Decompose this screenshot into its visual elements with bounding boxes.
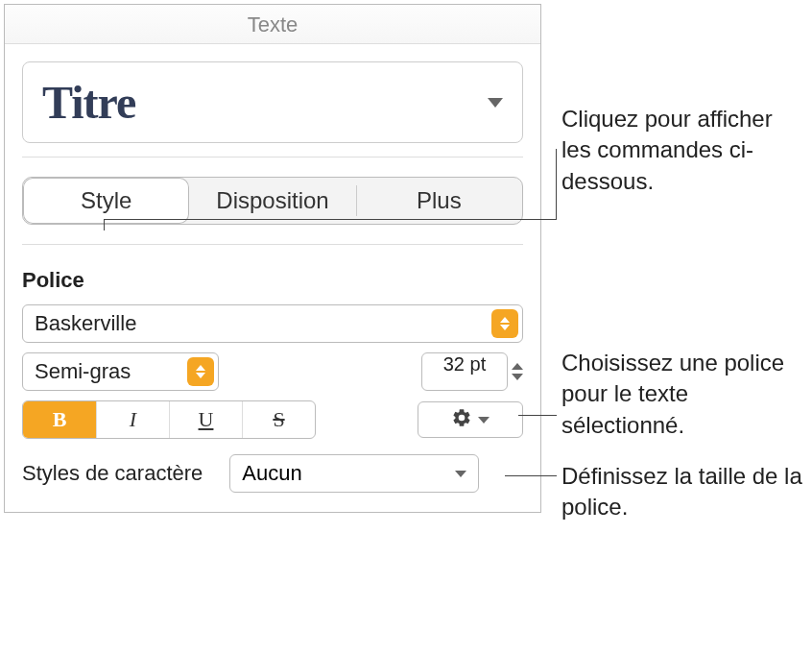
character-style-select[interactable]: Aucun	[229, 454, 479, 493]
gear-icon	[451, 407, 472, 432]
font-size-input[interactable]: 32 pt	[421, 352, 508, 391]
font-weight-select[interactable]: Semi-gras	[22, 352, 219, 391]
chevron-down-icon	[478, 417, 490, 424]
callout-line	[505, 475, 557, 476]
stepper-down-icon[interactable]	[512, 374, 523, 380]
chevron-down-icon	[455, 471, 466, 477]
character-styles-label: Styles de caractère	[22, 461, 203, 486]
callout-line	[518, 415, 557, 416]
text-style-buttons: B I U S	[22, 400, 316, 439]
font-family-select[interactable]: Baskerville	[22, 304, 523, 343]
callout-line	[104, 219, 557, 220]
font-family-value: Baskerville	[35, 311, 136, 336]
callout-size: Définissez la taille de la police.	[561, 461, 811, 523]
advanced-font-button[interactable]	[418, 401, 523, 438]
callout-tabs: Cliquez pour afficher les commandes ci-d…	[561, 104, 801, 197]
text-format-panel: Texte Titre Style Disposition Plus Polic…	[4, 4, 541, 513]
tab-more[interactable]: Plus	[356, 178, 522, 224]
callout-line	[104, 219, 105, 230]
font-weight-value: Semi-gras	[35, 359, 131, 384]
tab-layout[interactable]: Disposition	[189, 178, 355, 224]
panel-title: Texte	[5, 5, 540, 44]
paragraph-style-label: Titre	[42, 76, 135, 129]
italic-button[interactable]: I	[96, 401, 169, 438]
font-section-label: Police	[22, 268, 523, 293]
callout-line	[556, 149, 557, 220]
font-size-group: 32 pt	[421, 352, 523, 391]
callout-font: Choisissez une police pour le texte séle…	[561, 348, 811, 441]
tab-style[interactable]: Style	[23, 178, 189, 224]
strikethrough-button[interactable]: S	[242, 401, 315, 438]
updown-icon	[491, 309, 518, 338]
stepper-up-icon[interactable]	[512, 363, 523, 370]
format-tabs: Style Disposition Plus	[22, 177, 523, 225]
character-style-value: Aucun	[242, 461, 301, 486]
bold-button[interactable]: B	[23, 401, 96, 438]
chevron-down-icon	[488, 98, 503, 108]
paragraph-style-dropdown[interactable]: Titre	[22, 61, 523, 143]
underline-button[interactable]: U	[169, 401, 242, 438]
divider	[22, 244, 523, 245]
updown-icon	[187, 357, 214, 386]
divider	[22, 157, 523, 157]
font-size-stepper	[512, 363, 523, 380]
